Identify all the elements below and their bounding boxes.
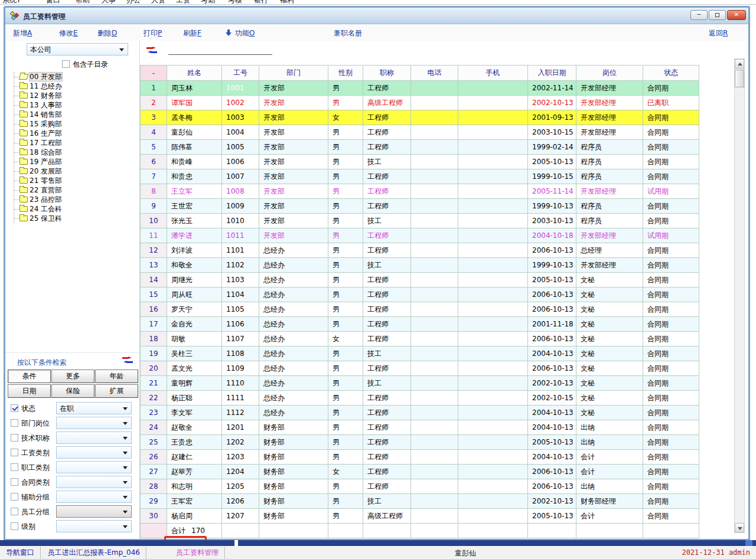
cell-name[interactable]: 周继光 (167, 273, 222, 287)
cell-name[interactable]: 王立军 (167, 184, 222, 199)
cell-post[interactable]: 文秘 (576, 317, 643, 332)
cell-dept[interactable]: 财务部 (259, 435, 328, 450)
cell-dept[interactable]: 总经办 (259, 361, 328, 376)
table-row[interactable]: 6和贵峰1006开发部男技工2005-10-13程序员合同期 (141, 155, 699, 169)
sidebar-item-20[interactable]: 20 发展部 (14, 166, 136, 176)
cell-title[interactable]: 工程师 (363, 361, 411, 376)
menu-item[interactable]: 考勤 (201, 0, 215, 4)
cell-title[interactable]: 工程师 (363, 287, 411, 302)
cell-dept[interactable]: 财务部 (259, 420, 328, 435)
row-number[interactable]: 13 (141, 258, 167, 273)
cell-hired[interactable]: 2006-10-13 (528, 465, 576, 479)
cell-sex[interactable]: 男 (328, 287, 363, 302)
cell-post[interactable]: 开发部经理 (576, 258, 643, 273)
cell-sex[interactable]: 男 (328, 125, 363, 140)
toolbar-edit-button[interactable]: 修改E (59, 28, 78, 38)
cell-mobile[interactable] (458, 155, 528, 169)
cell-phone[interactable] (411, 509, 458, 524)
cell-id[interactable]: 1010 (222, 214, 259, 228)
cell-dept[interactable]: 总经办 (259, 287, 328, 302)
include-subdir-checkbox[interactable] (62, 60, 70, 68)
cell-phone[interactable] (411, 391, 458, 406)
cell-mobile[interactable] (458, 81, 528, 96)
cell-status[interactable]: 合同期 (643, 509, 699, 524)
cell-name[interactable]: 胡敏 (167, 332, 222, 346)
cell-status[interactable]: 合同期 (643, 450, 699, 465)
search-button-1[interactable]: 条件 (8, 370, 51, 383)
column-header-9[interactable]: 入职日期 (528, 66, 576, 81)
cell-name[interactable]: 孟文光 (167, 361, 222, 376)
cell-sex[interactable]: 男 (328, 155, 363, 169)
cell-name[interactable]: 刘洋波 (167, 243, 222, 258)
cell-phone[interactable] (411, 184, 458, 199)
search-button-6[interactable]: 扩展 (95, 384, 138, 398)
cell-post[interactable]: 开发部经理 (576, 96, 643, 110)
cell-status[interactable]: 合同期 (643, 317, 699, 332)
cell-post[interactable]: 文秘 (576, 361, 643, 376)
cell-id[interactable]: 1109 (222, 361, 259, 376)
filter-combo[interactable] (56, 446, 132, 459)
table-row[interactable]: 17金自光1106总经办男工程师2001-11-18文秘合同期 (141, 317, 699, 332)
maximize-button[interactable] (709, 10, 726, 20)
cell-sex[interactable]: 男 (328, 140, 363, 155)
cell-hired[interactable]: 2003-10-15 (528, 125, 576, 140)
cell-post[interactable]: 文秘 (576, 302, 643, 317)
cell-status[interactable]: 合同期 (643, 302, 699, 317)
sidebar-item-11[interactable]: 11 总经办 (14, 81, 136, 91)
cell-mobile[interactable] (458, 479, 528, 494)
cell-mobile[interactable] (458, 494, 528, 509)
cell-id[interactable]: 1004 (222, 125, 259, 140)
cell-title[interactable]: 工程师 (363, 243, 411, 258)
column-header-11[interactable]: 状态 (643, 66, 699, 81)
cell-post[interactable]: 文秘 (576, 287, 643, 302)
cell-name[interactable]: 周玉林 (167, 81, 222, 96)
cell-post[interactable]: 文秘 (576, 376, 643, 391)
table-row[interactable]: 24赵敬全1201财务部男工程师2004-10-13出纳合同期 (141, 420, 699, 435)
cell-status[interactable]: 合同期 (643, 110, 699, 125)
cell-phone[interactable] (411, 420, 458, 435)
filter-checkbox[interactable] (11, 478, 18, 486)
cell-id[interactable]: 1106 (222, 317, 259, 332)
cell-hired[interactable]: 2004-10-13 (528, 346, 576, 361)
cell-title[interactable]: 技工 (363, 376, 411, 391)
row-number[interactable]: 25 (141, 435, 167, 450)
cell-sex[interactable]: 男 (328, 361, 363, 376)
table-row[interactable]: 1周玉林1001开发部男工程师2002-11-14开发部经理合同期 (141, 81, 699, 96)
vertical-scrollbar[interactable] (734, 58, 745, 533)
cell-title[interactable]: 工程师 (363, 420, 411, 435)
cell-status[interactable]: 合同期 (643, 287, 699, 302)
cell-hired[interactable]: 2001-09-13 (528, 110, 576, 125)
cell-phone[interactable] (411, 140, 458, 155)
cell-dept[interactable]: 财务部 (259, 479, 328, 494)
cell-status[interactable]: 合同期 (643, 273, 699, 287)
cell-hired[interactable]: 2005-10-13 (528, 509, 576, 524)
minimize-button[interactable]: ─ (690, 10, 708, 20)
cell-title[interactable]: 工程师 (363, 228, 411, 243)
cell-name[interactable]: 和贵忠 (167, 169, 222, 184)
cell-post[interactable]: 会计 (576, 509, 643, 524)
table-row[interactable]: 10张光玉1010开发部男技工2003-10-13程序员合同期 (141, 214, 699, 228)
table-row[interactable]: 18胡敏1107总经办女工程师2006-10-13文秘合同期 (141, 332, 699, 346)
cell-post[interactable]: 出纳 (576, 435, 643, 450)
cell-name[interactable]: 陈伟基 (167, 140, 222, 155)
cell-mobile[interactable] (458, 258, 528, 273)
cell-status[interactable]: 合同期 (643, 332, 699, 346)
cell-mobile[interactable] (458, 169, 528, 184)
row-number[interactable]: 19 (141, 346, 167, 361)
cell-title[interactable]: 高级工程师 (363, 509, 411, 524)
row-number[interactable]: 15 (141, 287, 167, 302)
row-number[interactable]: 12 (141, 243, 167, 258)
toolbar-function-button[interactable]: 功能O (235, 28, 255, 38)
table-row[interactable]: 12刘洋波1101总经办男工程师2006-10-13总经理合同期 (141, 243, 699, 258)
cell-sex[interactable]: 男 (328, 184, 363, 199)
menu-item[interactable]: 窗口 (46, 0, 60, 4)
filter-checkbox[interactable] (11, 493, 18, 501)
cell-id[interactable]: 1003 (222, 110, 259, 125)
column-header-6[interactable]: 职称 (363, 66, 411, 81)
swap-icon[interactable] (146, 47, 157, 54)
row-number[interactable]: 18 (141, 332, 167, 346)
sidebar-item-22[interactable]: 22 直营部 (14, 185, 136, 195)
row-number[interactable]: 30 (141, 509, 167, 524)
cell-hired[interactable]: 2005-10-13 (528, 155, 576, 169)
cell-post[interactable]: 总经理 (576, 243, 643, 258)
